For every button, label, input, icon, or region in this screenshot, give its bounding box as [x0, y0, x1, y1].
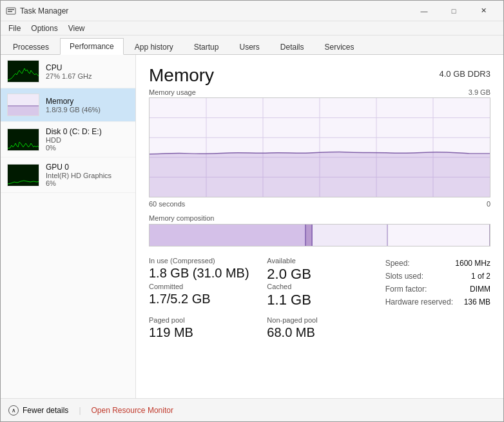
comp-free — [388, 225, 490, 246]
chart-time-start: 60 seconds — [149, 200, 185, 208]
stat-available-label: Available — [267, 257, 372, 265]
memory-thumbnail — [7, 94, 39, 116]
hw-label: Hardware reserved: — [385, 297, 453, 306]
stat-cached: Cached 1.1 GB — [267, 283, 372, 308]
open-resource-monitor-link[interactable]: Open Resource Monitor — [92, 406, 173, 415]
sidebar-item-memory[interactable]: Memory 1.8/3.9 GB (46%) — [1, 88, 135, 122]
footer: ∧ Fewer details | Open Resource Monitor — [1, 398, 503, 421]
cpu-info: CPU 27% 1.67 GHz — [46, 63, 129, 80]
chart-label-text: Memory usage — [149, 88, 196, 96]
fewer-details-button[interactable]: ∧ Fewer details — [8, 405, 68, 416]
stat-paged-pool: Paged pool 119 MB — [149, 316, 254, 340]
menu-view[interactable]: View — [63, 23, 90, 34]
stat-in-use-label: In use (Compressed) — [149, 257, 254, 265]
pool-stats: Paged pool 119 MB Non-paged pool 68.0 MB — [149, 316, 490, 340]
cpu-thumbnail — [7, 60, 39, 83]
gpu-label: GPU 0 — [46, 163, 129, 172]
gpu-info: GPU 0 Intel(R) HD Graphics 6% — [46, 163, 129, 187]
memory-stats: 1.8/3.9 GB (46%) — [46, 106, 129, 114]
stat-committed-label: Committed — [149, 283, 254, 290]
svg-rect-8 — [8, 165, 39, 186]
window-controls: — □ ✕ — [409, 1, 498, 21]
paged-pool-value: 119 MB — [149, 325, 254, 340]
tab-users[interactable]: Users — [229, 39, 269, 55]
main-panel: Memory 4.0 GB DDR3 Memory usage 3.9 GB — [136, 55, 503, 398]
sidebar: CPU 27% 1.67 GHz Memory 1.8/3.9 GB (46%) — [1, 55, 136, 398]
cpu-label: CPU — [46, 63, 129, 72]
non-paged-pool-label: Non-paged pool — [267, 316, 372, 324]
svg-rect-5 — [8, 106, 39, 116]
panel-header: Memory 4.0 GB DDR3 — [149, 65, 490, 86]
stat-cached-value: 1.1 GB — [267, 292, 372, 308]
comp-standby — [313, 225, 387, 246]
content-area: CPU 27% 1.67 GHz Memory 1.8/3.9 GB (46%) — [1, 55, 503, 398]
tab-app-history[interactable]: App history — [125, 39, 183, 55]
svg-rect-2 — [8, 11, 12, 12]
tab-performance[interactable]: Performance — [60, 38, 124, 55]
tab-services[interactable]: Services — [315, 39, 364, 55]
disk-label: Disk 0 (C: D: E:) — [46, 127, 129, 136]
titlebar: Task Manager — □ ✕ — [1, 1, 503, 21]
info-speed: Speed: 1600 MHz — [385, 257, 490, 270]
stat-cached-label: Cached — [267, 283, 372, 290]
close-button[interactable]: ✕ — [469, 1, 498, 21]
info-form: Form factor: DIMM — [385, 283, 490, 296]
paged-pool-label: Paged pool — [149, 316, 254, 324]
disk-stats: 0% — [46, 144, 129, 152]
svg-rect-3 — [8, 61, 39, 83]
menubar: File Options View — [1, 21, 503, 35]
stat-committed-value: 1.7/5.2 GB — [149, 292, 254, 306]
stat-available: Available 2.0 GB — [267, 257, 372, 283]
non-paged-pool-value: 68.0 MB — [267, 325, 372, 340]
app-icon — [6, 6, 16, 16]
info-slots: Slots used: 1 of 2 — [385, 270, 490, 283]
footer-divider: | — [79, 406, 81, 415]
chart-max-label: 3.9 GB — [469, 88, 490, 96]
slots-value: 1 of 2 — [471, 272, 490, 281]
chart-label-row: Memory usage 3.9 GB — [149, 88, 490, 96]
sidebar-item-gpu[interactable]: GPU 0 Intel(R) HD Graphics 6% — [1, 157, 135, 193]
panel-subtitle: 4.0 GB DDR3 — [440, 69, 490, 79]
cpu-stats: 27% 1.67 GHz — [46, 72, 129, 80]
slots-label: Slots used: — [385, 272, 423, 281]
menu-file[interactable]: File — [3, 23, 26, 34]
stat-available-value: 2.0 GB — [267, 266, 372, 283]
sidebar-item-disk[interactable]: Disk 0 (C: D: E:) HDD 0% — [1, 122, 135, 157]
svg-rect-1 — [8, 9, 14, 10]
form-value: DIMM — [470, 285, 490, 294]
info-hw: Hardware reserved: 136 MB — [385, 296, 490, 308]
chart-time-row: 60 seconds 0 — [149, 200, 490, 208]
gpu-type: Intel(R) HD Graphics — [46, 172, 129, 179]
fewer-details-label: Fewer details — [23, 406, 68, 415]
stat-in-use-value: 1.8 GB (31.0 MB) — [149, 266, 254, 281]
speed-label: Speed: — [385, 259, 410, 268]
composition-label: Memory composition — [149, 214, 490, 222]
stat-committed: Committed 1.7/5.2 GB — [149, 283, 254, 308]
svg-rect-7 — [8, 129, 39, 151]
disk-info: Disk 0 (C: D: E:) HDD 0% — [46, 127, 129, 152]
gpu-thumbnail — [7, 164, 39, 186]
sidebar-item-cpu[interactable]: CPU 27% 1.67 GHz — [1, 55, 135, 88]
maximize-button[interactable]: □ — [439, 1, 469, 21]
chart-time-end: 0 — [487, 200, 490, 208]
form-label: Form factor: — [385, 285, 427, 294]
disk-thumbnail — [7, 128, 39, 151]
tab-startup[interactable]: Startup — [184, 39, 229, 55]
stat-non-paged-pool: Non-paged pool 68.0 MB — [267, 316, 372, 340]
info-block: Speed: 1600 MHz Slots used: 1 of 2 Form … — [385, 257, 490, 308]
memory-chart-svg — [150, 98, 490, 197]
hw-value: 136 MB — [464, 297, 490, 306]
composition-bar — [149, 224, 490, 246]
minimize-button[interactable]: — — [409, 1, 439, 21]
tab-processes[interactable]: Processes — [3, 39, 59, 55]
comp-in-use — [150, 225, 306, 246]
window-title: Task Manager — [20, 6, 409, 15]
stat-in-use: In use (Compressed) 1.8 GB (31.0 MB) — [149, 257, 254, 283]
chevron-up-icon: ∧ — [8, 405, 19, 416]
tab-details[interactable]: Details — [271, 39, 314, 55]
menu-options[interactable]: Options — [26, 23, 63, 34]
stats-area: In use (Compressed) 1.8 GB (31.0 MB) Ava… — [149, 257, 490, 308]
speed-value: 1600 MHz — [455, 259, 490, 268]
disk-type: HDD — [46, 136, 129, 144]
task-manager-window: Task Manager — □ ✕ File Options View Pro… — [0, 0, 504, 422]
